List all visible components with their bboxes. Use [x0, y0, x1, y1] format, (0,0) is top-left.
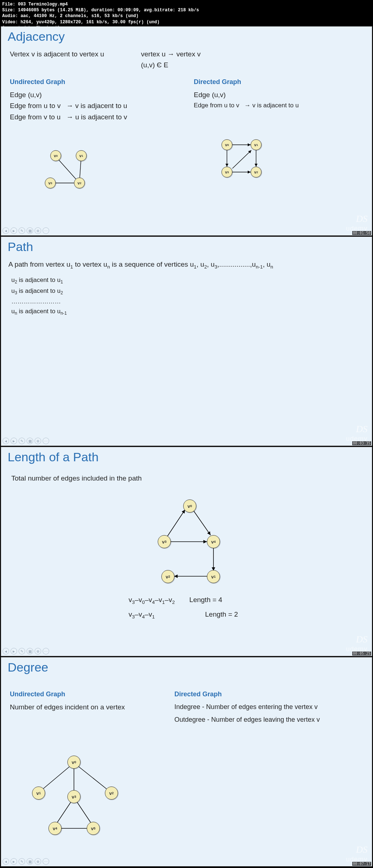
- svg-line-13: [39, 763, 74, 792]
- menu-icon[interactable]: ▦: [27, 858, 33, 865]
- file-value: 003 Terminology.mp4: [18, 2, 68, 7]
- undirected-graph: v0 v1 v3 v2: [41, 147, 114, 201]
- slide-title: Degree: [8, 660, 372, 674]
- size-label: Size:: [2, 8, 15, 13]
- player-controls: ◄ ► ✎ ▦ ⊕ ⋯: [3, 227, 49, 234]
- player-controls: ◄ ► ✎ ▦ ⊕ ⋯: [3, 438, 49, 444]
- directed-title: Directed Graph: [174, 690, 363, 698]
- slide-degree: Degree Undirected Graph Number of edges …: [1, 657, 372, 867]
- watermark-ds: DS: [356, 634, 368, 645]
- graph-node: v1: [32, 787, 45, 800]
- audio-value: aac, 44100 Hz, 2 channels, s16, 53 kb/s …: [20, 13, 138, 19]
- svg-line-8: [165, 510, 185, 540]
- adjacency-intro-left: Vertex v is adjacent to vertex u: [10, 49, 141, 71]
- graph-node: v1: [76, 150, 87, 161]
- adjacency-intro-formula1: vertex u → vertex v: [141, 49, 363, 60]
- graph-node: v3: [221, 167, 232, 178]
- graph-node: v0: [221, 139, 232, 150]
- prev-icon[interactable]: ◄: [3, 648, 9, 654]
- next-icon[interactable]: ►: [11, 858, 17, 865]
- pen-icon[interactable]: ✎: [19, 438, 25, 444]
- more-icon[interactable]: ⋯: [43, 858, 49, 865]
- pen-icon[interactable]: ✎: [19, 227, 25, 234]
- graph-node: v2: [105, 787, 118, 800]
- graph-node: v2: [251, 167, 262, 178]
- graph-node: v0: [183, 499, 196, 513]
- directed-title: Directed Graph: [194, 78, 363, 86]
- prev-icon[interactable]: ◄: [3, 858, 9, 865]
- graph-node: v3: [158, 535, 171, 548]
- undirected-l1: Edge (u,v): [10, 89, 179, 100]
- player-controls: ◄ ► ✎ ▦ ⊕ ⋯: [3, 858, 49, 865]
- slide-adjacency: Adjacency Vertex v is adjacent to vertex…: [1, 26, 372, 236]
- undirected-title: Undirected Graph: [10, 78, 179, 86]
- undirected-l3b: → u is adjacent to v: [66, 113, 127, 121]
- directed-l2a: Edge from u to v: [194, 102, 239, 109]
- directed-graph: v0 v1 v3 v2: [216, 136, 289, 190]
- size-value: 14946085 bytes (14.25 MiB), duration: 00…: [18, 8, 199, 13]
- path-dots: ……………………: [11, 296, 362, 306]
- timestamp: 00:01:50: [352, 231, 371, 235]
- path-l1: u2 is adjacent to u1: [11, 275, 362, 286]
- watermark-ds: DS: [356, 424, 368, 435]
- graph-node: v4: [48, 822, 62, 835]
- video-value: h264, yuv420p, 1280x720, 161 kb/s, 30.00…: [20, 20, 160, 25]
- slide-length: Length of a Path Total number of edges i…: [1, 447, 372, 656]
- menu-icon[interactable]: ▦: [27, 227, 33, 234]
- timestamp: 00:03:35: [352, 441, 371, 445]
- video-label: Video:: [2, 20, 18, 25]
- graph-node: v3: [67, 790, 81, 803]
- watermark-ds: DS: [356, 214, 368, 224]
- degree-left-line: Number of edges incident on a vertex: [10, 702, 167, 713]
- prev-icon[interactable]: ◄: [3, 227, 9, 234]
- file-label: File:: [2, 2, 15, 7]
- watermark-ds: DS: [356, 844, 368, 855]
- slide-title: Length of a Path: [8, 450, 372, 464]
- prev-icon[interactable]: ◄: [3, 438, 9, 444]
- degree-right-l2: Outdegree - Number of edges leaving the …: [174, 714, 363, 725]
- graph-node: v5: [87, 822, 100, 835]
- zoom-icon[interactable]: ⊕: [35, 438, 41, 444]
- undirected-title: Undirected Graph: [10, 690, 167, 698]
- directed-l2b: → v is adjacent to u: [244, 102, 299, 109]
- length-ex2: v3–v4–v1 Length = 2: [129, 609, 238, 621]
- graph-node: v2: [74, 178, 85, 188]
- zoom-icon[interactable]: ⊕: [35, 858, 41, 865]
- undirected-l2a: Edge from u to v: [10, 102, 60, 110]
- degree-graph: v0 v1 v3 v2 v4 v5: [27, 752, 136, 847]
- adjacency-intro-formula2: (u,v) Є E: [141, 60, 363, 71]
- degree-right-l1: Indegree - Number of edges entering the …: [174, 702, 363, 712]
- length-graph: v0 v3 v4 v2 v1: [150, 494, 245, 589]
- more-icon[interactable]: ⋯: [43, 648, 49, 654]
- graph-node: v4: [207, 535, 220, 548]
- graph-node: v3: [45, 178, 56, 188]
- undirected-l2b: → v is adjacent to u: [66, 102, 127, 110]
- directed-l1: Edge (u,v): [194, 89, 363, 100]
- zoom-icon[interactable]: ⊕: [35, 227, 41, 234]
- path-l2: u3 is adjacent to u2: [11, 286, 362, 296]
- pen-icon[interactable]: ✎: [19, 858, 25, 865]
- slide-title: Adjacency: [8, 29, 372, 44]
- svg-line-6: [232, 150, 251, 168]
- next-icon[interactable]: ►: [11, 227, 17, 234]
- slide-path: Path A path from vertex u1 to vertex un …: [1, 236, 372, 446]
- length-intro: Total number of edges included in the pa…: [1, 469, 372, 487]
- svg-line-9: [192, 509, 211, 535]
- more-icon[interactable]: ⋯: [43, 227, 49, 234]
- path-intro: A path from vertex u1 to vertex un is a …: [1, 259, 372, 271]
- slide-title: Path: [8, 240, 372, 254]
- next-icon[interactable]: ►: [11, 648, 17, 654]
- menu-icon[interactable]: ▦: [27, 648, 33, 654]
- pen-icon[interactable]: ✎: [19, 648, 25, 654]
- graph-node: v1: [207, 570, 220, 583]
- timestamp: 00:05:25: [352, 652, 371, 656]
- zoom-icon[interactable]: ⊕: [35, 648, 41, 654]
- undirected-l3a: Edge from v to u: [10, 113, 60, 121]
- player-controls: ◄ ► ✎ ▦ ⊕ ⋯: [3, 648, 49, 654]
- path-l3: un is adjacent to un-1: [11, 306, 362, 317]
- menu-icon[interactable]: ▦: [27, 438, 33, 444]
- more-icon[interactable]: ⋯: [43, 438, 49, 444]
- timestamp: 00:07:17: [352, 862, 371, 866]
- file-info-header: File: 003 Terminology.mp4 Size: 14946085…: [0, 0, 373, 25]
- next-icon[interactable]: ►: [11, 438, 17, 444]
